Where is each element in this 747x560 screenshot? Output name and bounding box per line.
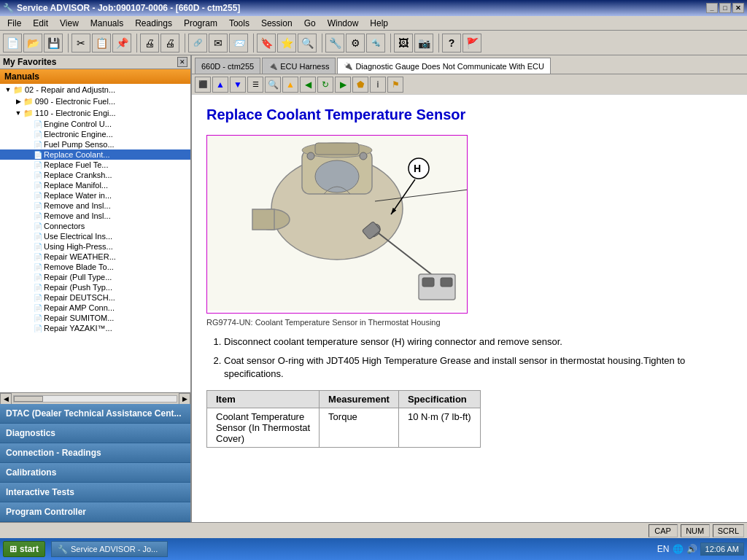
nav-flag-button[interactable]: ⚑ [387, 77, 403, 93]
svg-rect-5 [315, 143, 359, 155]
maximize-button[interactable]: □ [719, 3, 731, 13]
taskbar-service-advisor[interactable]: 🔧 Service ADVISOR - Jo... [51, 541, 168, 557]
nav-down-button[interactable]: ▼ [230, 77, 246, 93]
bottom-btn-4[interactable]: Interactive Tests [0, 483, 190, 502]
tree-item-6[interactable]: 📄Replace Coolant... [0, 149, 190, 160]
tree-item-22[interactable]: 📄Repair SUMITOM... [0, 313, 190, 323]
right-panel: 660D - ctm255 🔌 ECU Harness 🔌 Diagnostic… [192, 55, 747, 522]
menu-tools[interactable]: Tools [223, 17, 255, 30]
bottom-btn-2[interactable]: Connection - Readings [0, 443, 190, 463]
menu-go[interactable]: Go [298, 17, 322, 30]
tree-item-3[interactable]: 📄Engine Control U... [0, 119, 190, 129]
image-button[interactable]: 🖼 [394, 34, 413, 52]
bookmark-button[interactable]: 🔖 [257, 34, 276, 52]
scroll-left-button[interactable]: ◀ [0, 393, 12, 405]
menu-file[interactable]: File [1, 17, 27, 30]
help-button[interactable]: ? [442, 34, 461, 52]
tree-item-17[interactable]: 📄Remove Blade To... [0, 262, 190, 272]
nav-list-button[interactable]: ☰ [247, 77, 263, 93]
expand-icon[interactable]: ▼ [3, 85, 13, 95]
tree-item-13[interactable]: 📄Connectors [0, 221, 190, 231]
col-specification: Specification [398, 390, 480, 408]
tree-item-19[interactable]: 📄Repair (Push Typ... [0, 282, 190, 292]
star-button[interactable]: ⭐ [277, 34, 296, 52]
menu-window[interactable]: Window [322, 17, 365, 30]
nav-forward-button[interactable]: ▶ [335, 77, 351, 93]
send-button[interactable]: 📨 [229, 34, 248, 52]
bottom-btn-3[interactable]: Calibrations [0, 463, 190, 483]
manuals-header: Manuals [0, 69, 190, 84]
tree-item-10[interactable]: 📄Replace Water in... [0, 190, 190, 201]
cut-button[interactable]: ✂ [71, 34, 90, 52]
new-button[interactable]: 📄 [3, 34, 22, 52]
nav-back-button[interactable]: ◀ [300, 77, 316, 93]
expand-icon[interactable]: ▶ [13, 96, 23, 106]
tree-item-23[interactable]: 📄Repair YAZAKI™... [0, 323, 190, 333]
tree-item-4[interactable]: 📄Electronic Engine... [0, 129, 190, 139]
open-button[interactable]: 📂 [23, 34, 42, 52]
paste-button[interactable]: 📌 [112, 34, 131, 52]
flag-button[interactable]: 🚩 [462, 34, 481, 52]
close-button[interactable]: ✕ [732, 3, 744, 13]
tree-item-15[interactable]: 📄Using High-Press... [0, 241, 190, 252]
tree-item-18[interactable]: 📄Repair (Pull Type... [0, 272, 190, 282]
tree-item-9[interactable]: 📄Replace Manifol... [0, 180, 190, 190]
menu-manuals[interactable]: Manuals [85, 17, 129, 30]
doc-icon: 📄 [34, 324, 42, 332]
tree-item-1[interactable]: ▶📁090 - Electronic Fuel... [0, 96, 190, 107]
hscroll-track[interactable] [13, 395, 177, 402]
copy-button[interactable]: 📋 [92, 34, 111, 52]
tree-item-5[interactable]: 📄Fuel Pump Senso... [0, 139, 190, 149]
tree-item-21[interactable]: 📄Repair AMP Conn... [0, 303, 190, 313]
minimize-button[interactable]: _ [706, 3, 718, 13]
print-button[interactable]: 🖨 [140, 34, 159, 52]
nav-home-button[interactable]: ⬛ [195, 77, 211, 93]
tree-item-16[interactable]: 📄Repair WEATHER... [0, 252, 190, 262]
bottom-btn-1[interactable]: Diagnostics [0, 424, 190, 443]
save-button[interactable]: 💾 [44, 34, 63, 52]
search-button[interactable]: 🔍 [298, 34, 317, 52]
nav-search-button[interactable]: 🔍 [265, 77, 281, 93]
tree-item-8[interactable]: 📄Replace Cranksh... [0, 170, 190, 180]
email-button[interactable]: ✉ [209, 34, 228, 52]
menu-view[interactable]: View [54, 17, 85, 30]
scroll-right-button[interactable]: ▶ [179, 393, 190, 405]
bottom-btn-5[interactable]: Program Controller [0, 502, 190, 522]
menu-program[interactable]: Program [178, 17, 223, 30]
tree-item-0[interactable]: ▼📁02 - Repair and Adjustn... [0, 84, 190, 96]
settings2-button[interactable]: 🔩 [366, 34, 385, 52]
item-label: Replace Manifol... [44, 181, 108, 190]
left-panel-close-button[interactable]: ✕ [177, 57, 187, 67]
menu-help[interactable]: Help [364, 17, 394, 30]
tree-item-14[interactable]: 📄Use Electrical Ins... [0, 231, 190, 241]
tree-container[interactable]: ▼📁02 - Repair and Adjustn...▶📁090 - Elec… [0, 84, 190, 392]
tree-item-2[interactable]: ▼📁110 - Electronic Engi... [0, 107, 190, 119]
nav-up-button[interactable]: ▲ [212, 77, 228, 93]
item-label: Repair DEUTSCH... [44, 293, 115, 302]
bottom-btn-0[interactable]: DTAC (Dealer Technical Assistance Cent..… [0, 404, 190, 424]
nav-warn-button[interactable]: ▲ [282, 77, 298, 93]
tree-item-12[interactable]: 📄Remove and Insl... [0, 211, 190, 221]
nav-bookmark-button[interactable]: ⬟ [352, 77, 368, 93]
menu-readings[interactable]: Readings [129, 17, 178, 30]
tool-button[interactable]: 🔧 [325, 34, 344, 52]
toolbar-separator-7 [436, 34, 439, 52]
nav-info-button[interactable]: i [370, 77, 386, 93]
print2-button[interactable]: 🖨 [160, 34, 179, 52]
menu-edit[interactable]: Edit [27, 17, 54, 30]
gear-button[interactable]: ⚙ [346, 34, 365, 52]
item-label: 090 - Electronic Fuel... [35, 97, 115, 106]
image2-button[interactable]: 📷 [414, 34, 433, 52]
nav-refresh-button[interactable]: ↻ [317, 77, 333, 93]
tree-item-11[interactable]: 📄Remove and Insl... [0, 201, 190, 211]
tab-660d[interactable]: 660D - ctm255 [195, 58, 260, 74]
tree-item-20[interactable]: 📄Repair DEUTSCH... [0, 292, 190, 303]
expand-icon[interactable]: ▼ [13, 108, 23, 118]
tree-item-7[interactable]: 📄Replace Fuel Te... [0, 160, 190, 170]
tab-ecu-harness[interactable]: 🔌 ECU Harness [262, 58, 336, 74]
tab-diagnostic-gauge[interactable]: 🔌 Diagnostic Gauge Does Not Communicate … [337, 58, 551, 74]
start-button[interactable]: ⊞ start [3, 541, 45, 557]
menu-session[interactable]: Session [255, 17, 298, 30]
hscroll-thumb[interactable] [14, 396, 43, 402]
link-button[interactable]: 🔗 [188, 34, 207, 52]
